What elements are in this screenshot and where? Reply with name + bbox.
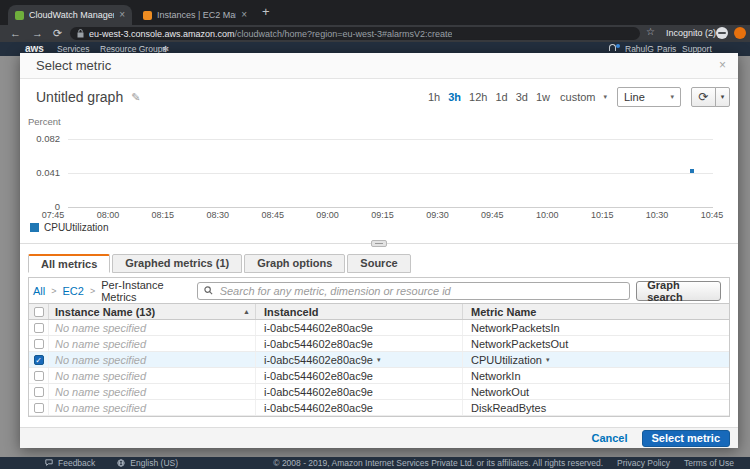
metric-name[interactable]: DiskReadBytes [463, 400, 729, 415]
x-tick: 10:45 [701, 210, 724, 220]
table-row[interactable]: No name specifiedi-0abc544602e80ac9eNetw… [29, 336, 729, 352]
browser-tab-cloudwatch[interactable]: CloudWatch Management Con × [8, 5, 132, 25]
instance-name: No name specified [49, 352, 256, 367]
row-checkbox[interactable] [34, 403, 44, 413]
chart-type-select[interactable]: Line ▾ [617, 87, 681, 107]
table-header: Instance Name (13) ▲ InstanceId Metric N… [29, 303, 729, 320]
browser-profile-badge[interactable] [734, 27, 746, 39]
back-icon[interactable]: ← [10, 26, 21, 41]
refresh-options-button[interactable]: ▾ [715, 87, 730, 107]
cancel-button[interactable]: Cancel [591, 432, 627, 444]
custom-range[interactable]: custom ▾ [560, 91, 607, 103]
tab-source[interactable]: Source [347, 254, 410, 273]
tab-close-icon[interactable]: × [119, 10, 125, 20]
metric-name[interactable]: NetworkPacketsIn [463, 320, 729, 335]
x-tick: 08:45 [261, 210, 284, 220]
table-row[interactable]: No name specifiedi-0abc544602e80ac9eNetw… [29, 384, 729, 400]
table-row[interactable]: No name specifiedi-0abc544602e80ac9eNetw… [29, 368, 729, 384]
x-tick: 09:00 [316, 210, 339, 220]
ec2-favicon [143, 11, 152, 20]
time-range-1h[interactable]: 1h [428, 91, 440, 103]
time-range-1w[interactable]: 1w [536, 91, 550, 103]
select-all-checkbox[interactable] [34, 307, 44, 317]
metric-search-box[interactable] [197, 282, 631, 300]
x-tick: 09:45 [481, 210, 504, 220]
row-checkbox[interactable] [34, 371, 44, 381]
forward-icon[interactable]: → [32, 26, 43, 41]
search-input[interactable] [218, 284, 624, 298]
chevron-down-icon[interactable]: ▾ [546, 356, 550, 364]
tab-close-icon[interactable]: × [241, 10, 247, 20]
edit-pencil-icon[interactable]: ✎ [131, 91, 140, 104]
address-bar[interactable]: eu-west-3.console.aws.amazon.com/cloudwa… [70, 27, 640, 40]
breadcrumb-separator: > [90, 286, 95, 296]
custom-range-label: custom [560, 91, 595, 103]
metrics-table-body: No name specifiedi-0abc544602e80ac9eNetw… [29, 320, 729, 416]
metric-name[interactable]: CPUUtilization▾ [463, 352, 729, 367]
table-row[interactable]: No name specifiedi-0abc544602e80ac9eDisk… [29, 400, 729, 416]
row-checkbox[interactable] [34, 387, 44, 397]
y-tick: 0.082 [20, 133, 60, 144]
sort-asc-icon[interactable]: ▲ [243, 308, 255, 315]
tab-title: Instances | EC2 Management C [157, 10, 236, 20]
terms-of-use-link[interactable]: Terms of Use [684, 458, 734, 468]
language-label: English (US) [130, 458, 178, 468]
language-selector[interactable]: English (US) [117, 458, 178, 468]
new-tab-button[interactable]: + [262, 4, 270, 19]
tab-graphed-metrics-1-[interactable]: Graphed metrics (1) [112, 254, 242, 273]
metric-name[interactable]: NetworkOut [463, 384, 729, 399]
column-instance-name[interactable]: Instance Name (13) ▲ [49, 304, 256, 319]
x-axis-line [68, 207, 713, 208]
graph-title: Untitled graph [36, 89, 123, 105]
resize-drag-handle[interactable] [371, 240, 387, 247]
row-checkbox[interactable] [34, 323, 44, 333]
time-range-1d[interactable]: 1d [495, 91, 507, 103]
row-checkbox[interactable] [34, 339, 44, 349]
time-range-3d[interactable]: 3d [516, 91, 528, 103]
select-metric-button[interactable]: Select metric [642, 430, 730, 447]
row-checkbox[interactable]: ✓ [34, 355, 44, 365]
refresh-button[interactable]: ⟳ [691, 87, 716, 107]
modal-titlebar: Select metric × [20, 53, 738, 79]
breadcrumb-link-all[interactable]: All [33, 285, 45, 297]
footer-legal: © 2008 - 2019, Amazon Internet Services … [273, 458, 734, 468]
x-tick: 10:30 [646, 210, 669, 220]
metric-name[interactable]: NetworkPacketsOut [463, 336, 729, 351]
table-row[interactable]: No name specifiedi-0abc544602e80ac9eNetw… [29, 320, 729, 336]
table-row[interactable]: ✓No name specifiedi-0abc544602e80ac9e▾CP… [29, 352, 729, 368]
column-metric-name[interactable]: Metric Name [463, 304, 729, 319]
x-tick: 08:00 [97, 210, 120, 220]
breadcrumb-link-ec2[interactable]: EC2 [63, 285, 84, 297]
instance-name: No name specified [49, 384, 256, 399]
time-range-3h[interactable]: 3h [448, 91, 461, 103]
time-range-12h[interactable]: 12h [469, 91, 487, 103]
metric-name[interactable]: NetworkIn [463, 368, 729, 383]
tab-graph-options[interactable]: Graph options [244, 254, 345, 273]
modal-close-icon[interactable]: × [719, 59, 726, 71]
feedback-link[interactable]: Feedback [45, 458, 95, 468]
notifications-bell-icon[interactable] [609, 44, 616, 51]
incognito-icon [716, 27, 728, 39]
graph-controls: Untitled graph ✎ 1h3h12h1d3d1w custom ▾ … [36, 85, 730, 109]
column-label: Metric Name [471, 306, 536, 318]
legend-label[interactable]: CPUUtilization [44, 222, 108, 233]
graph-search-button[interactable]: Graph search [636, 281, 721, 301]
incognito-label: Incognito (2) [666, 28, 716, 38]
bookmark-star-icon[interactable]: ☆ [646, 26, 655, 37]
row-checkbox-cell [29, 368, 49, 383]
cpuutilization-datapoint[interactable] [690, 169, 694, 173]
url-domain: eu-west-3.console.aws.amazon.com [89, 29, 235, 39]
tab-all-metrics[interactable]: All metrics [28, 254, 110, 273]
row-checkbox-cell [29, 400, 49, 415]
instance-name: No name specified [49, 320, 256, 335]
refresh-group: ⟳ ▾ [691, 87, 730, 107]
instance-id[interactable]: i-0abc544602e80ac9e▾ [256, 352, 463, 367]
select-all-checkbox-cell [29, 304, 49, 319]
column-instance-id[interactable]: InstanceId [256, 304, 463, 319]
privacy-policy-link[interactable]: Privacy Policy [617, 458, 670, 468]
chevron-down-icon[interactable]: ▾ [377, 356, 381, 364]
globe-icon [117, 459, 125, 467]
browser-tab-ec2[interactable]: Instances | EC2 Management C × [136, 5, 254, 25]
x-axis-ticks: 07:4508:0008:1508:3008:4509:0009:1509:30… [53, 210, 712, 222]
reload-icon[interactable]: ⟳ [53, 26, 62, 41]
